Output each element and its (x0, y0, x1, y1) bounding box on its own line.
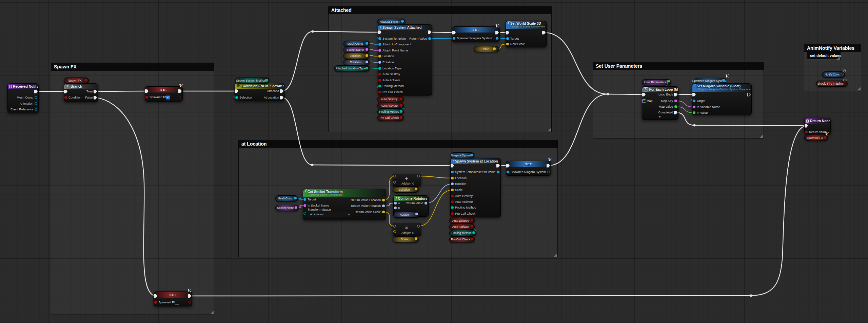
vec-pin[interactable] (451, 189, 454, 191)
obj-pin[interactable] (401, 20, 404, 23)
bool-pin[interactable] (451, 200, 454, 203)
vec-pin[interactable] (382, 199, 385, 201)
comment-header-animnotify-variables[interactable]: AnimNotify Variables (804, 44, 861, 52)
bool-pin[interactable] (378, 91, 381, 93)
comment-resize-handle[interactable] (554, 253, 557, 257)
rot-pin[interactable] (451, 182, 454, 185)
bool-pin[interactable] (471, 238, 473, 240)
obj-pin[interactable] (547, 171, 550, 173)
enum-pin[interactable] (378, 85, 381, 87)
bool-pin[interactable] (471, 219, 473, 221)
vec-pin[interactable] (393, 175, 396, 177)
obj-pin[interactable] (497, 171, 499, 173)
rot-pin[interactable] (415, 213, 418, 215)
obj-pin[interactable] (303, 198, 306, 201)
obj-pin[interactable] (470, 154, 473, 156)
checkbox[interactable]: ✓ (166, 95, 170, 100)
name-pin[interactable] (303, 204, 306, 207)
vec-pin[interactable] (382, 211, 385, 213)
add-pin-button[interactable]: Add pin ⊙ (401, 231, 414, 235)
obj-pin[interactable] (722, 79, 725, 82)
bool-pin[interactable] (400, 98, 402, 100)
bool-pin[interactable] (188, 301, 191, 304)
obj-pin[interactable] (496, 37, 498, 40)
obj-pin[interactable] (453, 37, 455, 40)
enum-pin[interactable] (366, 67, 368, 69)
map-pin[interactable] (667, 80, 670, 84)
obj-pin[interactable] (693, 100, 695, 102)
name-pin[interactable] (378, 49, 381, 52)
float-pin[interactable] (693, 111, 695, 114)
obj-pin[interactable] (428, 37, 431, 40)
vec-pin[interactable] (493, 47, 496, 50)
rot-pin[interactable] (378, 61, 381, 64)
vec-pin[interactable] (393, 230, 396, 233)
obj-pin[interactable] (506, 37, 509, 40)
vec-pin[interactable] (393, 181, 396, 184)
rot-pin[interactable] (425, 202, 427, 204)
bool-pin[interactable] (179, 96, 181, 99)
enum-pin[interactable] (400, 110, 402, 113)
enum-pin[interactable] (451, 206, 454, 209)
pill-get-spawn-system-method[interactable]: Spawn System Method (235, 78, 270, 84)
comment-header-at-location[interactable]: at Location (238, 140, 558, 148)
blueprint-graph-canvas[interactable]: Spawn FXAttachedat LocationSet User Para… (0, 0, 868, 323)
vec-pin[interactable] (415, 188, 417, 190)
obj-pin[interactable] (378, 43, 381, 46)
comment-resize-handle[interactable] (548, 128, 551, 131)
name-pin[interactable] (295, 206, 297, 209)
vec-pin[interactable] (415, 237, 417, 240)
name-pin[interactable] (693, 106, 695, 108)
reroute-node[interactable] (312, 30, 314, 33)
vec-pin[interactable] (393, 225, 396, 228)
transform-space-dropdown[interactable]: RTS World▾ (308, 212, 351, 217)
vec-pin[interactable] (506, 43, 509, 45)
obj-pin[interactable] (35, 108, 37, 111)
name-pin[interactable] (366, 48, 368, 51)
obj-pin[interactable] (507, 171, 509, 173)
comment-header-set-default-values[interactable]: set default values (807, 52, 841, 59)
bool-pin[interactable] (471, 225, 473, 228)
comment-resize-handle[interactable] (210, 311, 214, 314)
comment-resize-handle[interactable] (836, 56, 840, 60)
enum-pin[interactable] (378, 67, 381, 70)
bool-pin[interactable] (400, 104, 402, 107)
obj-pin[interactable] (35, 96, 37, 99)
pill-get-spawned-niagara-system[interactable]: Spawned Niagara System (694, 78, 726, 84)
rot-pin[interactable] (382, 204, 385, 207)
vec-pin[interactable] (366, 54, 368, 57)
name-pin[interactable] (674, 100, 677, 102)
vec-pin[interactable] (417, 225, 420, 228)
vec-pin[interactable] (417, 175, 420, 177)
bool-pin[interactable] (400, 116, 402, 119)
node-set-spawned-fx-false[interactable]: SET (154, 292, 192, 306)
rot-pin[interactable] (366, 61, 368, 63)
vec-pin[interactable] (451, 177, 454, 179)
bool-pin[interactable] (154, 301, 157, 304)
comment-resize-handle[interactable] (857, 87, 861, 90)
bool-pin[interactable] (85, 79, 87, 82)
obj-pin[interactable] (366, 42, 368, 45)
enum-pin[interactable] (472, 231, 475, 234)
enum-pin[interactable] (265, 79, 268, 82)
bool-pin[interactable] (145, 96, 148, 99)
pill-get-attached-location-type[interactable]: Attached Location Type (334, 65, 370, 71)
comment-header-spawn-fx[interactable]: Spawn FX (51, 63, 214, 71)
comment-header-set-user-parameters[interactable]: Set User Parameters (593, 62, 764, 70)
comment-resize-handle[interactable] (760, 134, 763, 138)
checkbox[interactable] (175, 301, 179, 305)
reroute-node[interactable] (750, 295, 752, 297)
bool-pin[interactable] (451, 212, 454, 215)
comment-header-attached[interactable]: Attached (328, 6, 552, 14)
node-set-spawned-fx-true[interactable]: SET (145, 86, 183, 102)
float-pin[interactable] (674, 105, 677, 108)
bool-pin[interactable] (378, 79, 381, 82)
rot-pin[interactable] (394, 207, 397, 209)
enum-pin[interactable] (303, 212, 306, 215)
bool-pin[interactable] (805, 131, 808, 133)
obj-pin[interactable] (35, 102, 37, 105)
vec-pin[interactable] (378, 55, 381, 58)
bool-pin[interactable] (824, 136, 827, 139)
bool-pin[interactable] (378, 73, 381, 76)
obj-pin[interactable] (294, 197, 297, 199)
